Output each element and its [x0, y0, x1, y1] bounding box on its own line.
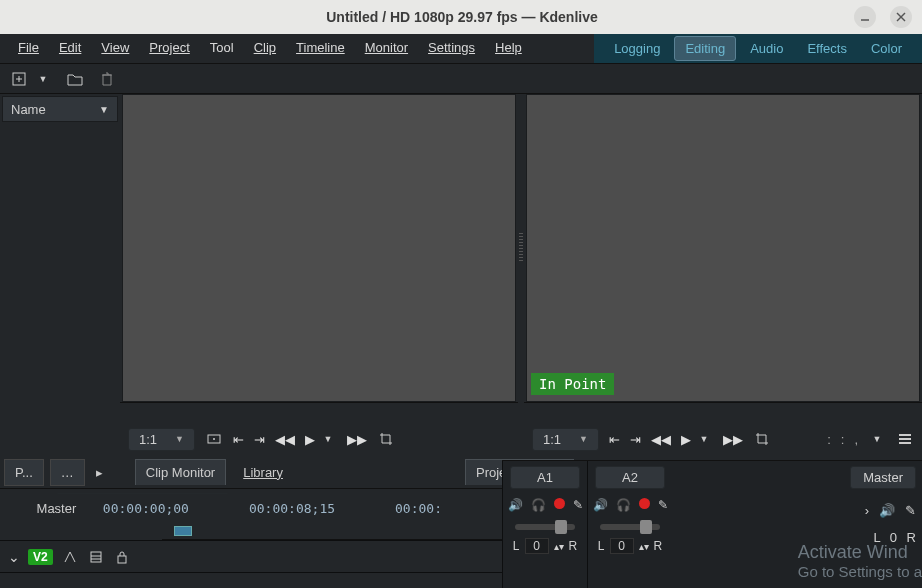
tab-library[interactable]: Library	[232, 459, 294, 486]
menu-timeline[interactable]: Timeline	[286, 34, 355, 63]
play-button[interactable]: ▶	[681, 432, 691, 447]
in-point-icon[interactable]: ⇤	[233, 432, 244, 447]
effects-icon[interactable]: ✎	[658, 498, 668, 512]
menubar: File Edit View Project Tool Clip Timelin…	[0, 34, 922, 64]
rewind-button[interactable]: ◀◀	[275, 432, 295, 447]
headphone-icon[interactable]: 🎧	[616, 498, 631, 512]
chevron-down-icon: ▼	[99, 104, 109, 115]
project-monitor-view[interactable]: In Point	[526, 94, 920, 402]
out-point-icon[interactable]: ⇥	[254, 432, 265, 447]
forward-button[interactable]: ▶▶	[723, 432, 743, 447]
layout-modes: Logging Editing Audio Effects Color	[594, 34, 922, 63]
mode-color[interactable]: Color	[859, 35, 914, 62]
mode-logging[interactable]: Logging	[602, 35, 672, 62]
in-point-badge: In Point	[531, 373, 614, 395]
mode-effects[interactable]: Effects	[795, 35, 859, 62]
clip-monitor-ruler[interactable]	[120, 402, 518, 422]
project-monitor-ruler[interactable]	[524, 402, 922, 422]
minimize-button[interactable]	[854, 6, 876, 28]
svg-rect-21	[91, 552, 101, 562]
menu-monitor[interactable]: Monitor	[355, 34, 418, 63]
menu-settings[interactable]: Settings	[418, 34, 485, 63]
titlebar: Untitled / HD 1080p 29.97 fps — Kdenlive	[0, 0, 922, 34]
menu-project[interactable]: Project	[139, 34, 199, 63]
project-bin-panel: Name ▼	[0, 94, 120, 402]
track-effects-icon[interactable]	[61, 548, 79, 566]
add-clip-button[interactable]	[10, 70, 28, 88]
monitor-controls-row: 1:1▼ ⇤ ⇥ ◀◀ ▶ ▼ ▶▶ 1:1▼ ⇤ ⇥ ◀◀ ▶ ▼ ▶▶ : …	[0, 422, 922, 456]
headphone-icon[interactable]: 🎧	[531, 498, 546, 512]
splitter-vertical[interactable]	[518, 94, 524, 402]
volume-slider-a1[interactable]	[515, 524, 575, 530]
ham-down-icon[interactable]: ▼	[868, 430, 886, 448]
tc-comma: ,	[854, 432, 858, 447]
track-film-icon[interactable]	[87, 548, 105, 566]
folder-button[interactable]	[66, 70, 84, 88]
menu-tool[interactable]: Tool	[200, 34, 244, 63]
project-zoom-dropdown[interactable]: 1:1▼	[532, 428, 599, 451]
rewind-button[interactable]: ◀◀	[651, 432, 671, 447]
menu-file[interactable]: File	[8, 34, 49, 63]
close-button[interactable]	[890, 6, 912, 28]
track-collapse-icon[interactable]: ⌄	[8, 549, 20, 565]
tab-dots[interactable]: …	[50, 459, 85, 486]
effects-icon[interactable]: ✎	[573, 498, 583, 512]
tab-clip-monitor[interactable]: Clip Monitor	[135, 459, 226, 485]
out-point-icon[interactable]: ⇥	[630, 432, 641, 447]
tc-colon: :	[827, 432, 831, 447]
in-point-icon[interactable]: ⇤	[609, 432, 620, 447]
play-dropdown[interactable]: ▼	[695, 430, 713, 448]
volume-slider-a2[interactable]	[600, 524, 660, 530]
dropdown-arrow-icon[interactable]: ▼	[34, 70, 52, 88]
play-dropdown[interactable]: ▼	[319, 430, 337, 448]
mode-audio[interactable]: Audio	[738, 35, 795, 62]
expand-icon[interactable]: ›	[865, 503, 869, 518]
record-icon[interactable]	[554, 498, 565, 509]
master-label[interactable]: Master	[10, 501, 103, 516]
effects-icon[interactable]: ✎	[905, 503, 916, 518]
svg-rect-24	[118, 556, 126, 563]
menu-edit[interactable]: Edit	[49, 34, 91, 63]
aspect-button[interactable]	[205, 430, 223, 448]
timeline-ruler[interactable]	[162, 522, 502, 540]
play-button[interactable]: ▶	[305, 432, 315, 447]
timecode-3: 00:00:	[395, 501, 442, 516]
pan-input-a2[interactable]	[610, 538, 634, 554]
mode-editing[interactable]: Editing	[674, 36, 736, 61]
speaker-icon[interactable]: 🔊	[879, 503, 895, 518]
timecode-2: 00:00:08;15	[249, 501, 335, 516]
pan-input-a1[interactable]	[525, 538, 549, 554]
delete-button[interactable]	[98, 70, 116, 88]
window-title: Untitled / HD 1080p 29.97 fps — Kdenlive	[70, 9, 854, 25]
speaker-icon[interactable]: 🔊	[508, 498, 523, 512]
menu-clip[interactable]: Clip	[244, 34, 286, 63]
track-v2-row[interactable]: ⌄ V2	[0, 541, 502, 573]
clip-monitor-view[interactable]	[122, 94, 516, 402]
clip-zoom-dropdown[interactable]: 1:1▼	[128, 428, 195, 451]
menu-help[interactable]: Help	[485, 34, 532, 63]
mixer-channel-a1: A1 🔊 🎧 ✎ L ▴▾ R	[502, 461, 587, 588]
timeline-panel: Master 00:00:00;00 00:00:08;15 00:00: ⌄ …	[0, 494, 502, 588]
tc-colon2: :	[841, 432, 845, 447]
audio-mixer: A1 🔊 🎧 ✎ L ▴▾ R A2 🔊 🎧 ✎ L ▴▾ R	[502, 460, 922, 588]
track-lock-icon[interactable]	[113, 548, 131, 566]
speaker-icon[interactable]: 🔊	[593, 498, 608, 512]
svg-point-7	[213, 438, 215, 440]
tab-p[interactable]: P...	[4, 459, 44, 486]
bin-toolbar: ▼	[0, 64, 922, 94]
crop-button[interactable]	[377, 430, 395, 448]
menu-view[interactable]: View	[91, 34, 139, 63]
record-icon[interactable]	[639, 498, 650, 509]
playhead-marker[interactable]	[174, 526, 192, 536]
timecode-1: 00:00:00;00	[103, 501, 189, 516]
forward-button[interactable]: ▶▶	[347, 432, 367, 447]
track-v2-badge[interactable]: V2	[28, 549, 53, 565]
bin-name-column[interactable]: Name ▼	[2, 96, 118, 122]
mixer-channel-a2: A2 🔊 🎧 ✎ L ▴▾ R	[587, 461, 672, 588]
crop-button[interactable]	[753, 430, 771, 448]
tabs-more-icon[interactable]: ▸	[91, 463, 109, 481]
mixer-master: Master › 🔊 ✎ L 0 R	[672, 461, 922, 588]
hamburger-icon[interactable]	[896, 430, 914, 448]
